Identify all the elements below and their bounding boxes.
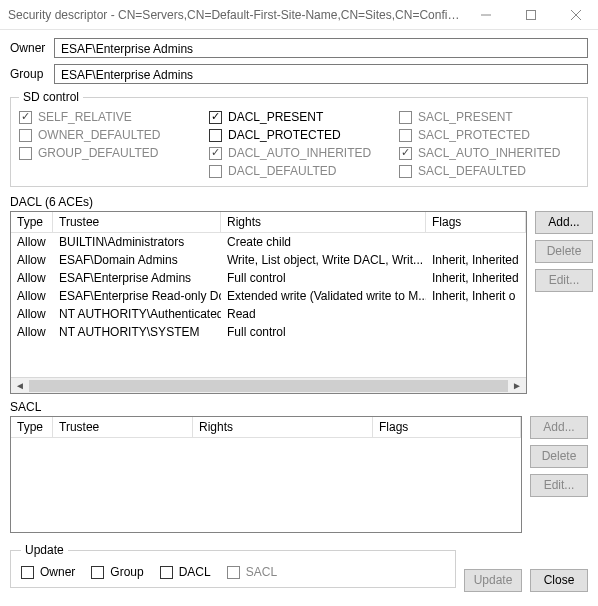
close-window-button[interactable] [553,0,598,30]
dacl-scrollbar[interactable]: ◄ ► [11,377,526,393]
sacl-defaulted-checkbox: SACL_DEFAULTED [399,162,579,180]
update-legend: Update [21,543,68,557]
group-label: Group [10,67,54,81]
scroll-thumb[interactable] [29,380,508,392]
maximize-icon [526,10,536,20]
close-button[interactable]: Close [530,569,588,592]
sacl-auto-inherited-checkbox: SACL_AUTO_INHERITED [399,144,579,162]
dacl-edit-button[interactable]: Edit... [535,269,593,292]
update-group: Update Owner Group DACL SACL [10,543,456,588]
dacl-list[interactable]: Type Trustee Rights Flags AllowBUILTIN\A… [10,211,527,394]
update-owner-checkbox[interactable]: Owner [21,563,75,581]
owner-label: Owner [10,41,54,55]
dacl-header: Type Trustee Rights Flags [11,212,526,233]
table-row[interactable]: AllowESAF\Enterprise AdminsFull controlI… [11,269,526,287]
maximize-button[interactable] [508,0,553,30]
group-defaulted-checkbox: GROUP_DEFAULTED [19,144,199,162]
window-title: Security descriptor - CN=Servers,CN=Defa… [0,8,463,22]
update-button[interactable]: Update [464,569,522,592]
close-icon [571,10,581,20]
update-group-checkbox[interactable]: Group [91,563,143,581]
sacl-header: Type Trustee Rights Flags [11,417,521,438]
dacl-add-button[interactable]: Add... [535,211,593,234]
dacl-defaulted-checkbox: DACL_DEFAULTED [209,162,389,180]
dacl-delete-button[interactable]: Delete [535,240,593,263]
update-sacl-checkbox: SACL [227,563,277,581]
dacl-protected-checkbox[interactable]: DACL_PROTECTED [209,126,389,144]
owner-field[interactable]: ESAF\Enterprise Admins [54,38,588,58]
sacl-caption: SACL [10,400,588,414]
update-dacl-checkbox[interactable]: DACL [160,563,211,581]
table-row[interactable]: AllowESAF\Enterprise Read-only Do...Exte… [11,287,526,305]
sacl-present-checkbox: SACL_PRESENT [399,108,579,126]
minimize-button[interactable] [463,0,508,30]
group-field[interactable]: ESAF\Enterprise Admins [54,64,588,84]
dacl-caption: DACL (6 ACEs) [10,195,588,209]
titlebar: Security descriptor - CN=Servers,CN=Defa… [0,0,598,30]
table-row[interactable]: AllowBUILTIN\AdministratorsCreate child [11,233,526,251]
svg-rect-1 [526,10,535,19]
minimize-icon [481,10,491,20]
sacl-protected-checkbox: SACL_PROTECTED [399,126,579,144]
sacl-edit-button[interactable]: Edit... [530,474,588,497]
dacl-auto-inherited-checkbox: DACL_AUTO_INHERITED [209,144,389,162]
table-row[interactable]: AllowESAF\Domain AdminsWrite, List objec… [11,251,526,269]
sd-control-group: SD control SELF_RELATIVE OWNER_DEFAULTED… [10,90,588,187]
self-relative-checkbox: SELF_RELATIVE [19,108,199,126]
table-row[interactable]: AllowNT AUTHORITY\Authenticated ...Read [11,305,526,323]
sd-control-legend: SD control [19,90,83,104]
sacl-list[interactable]: Type Trustee Rights Flags [10,416,522,533]
owner-defaulted-checkbox: OWNER_DEFAULTED [19,126,199,144]
sacl-delete-button[interactable]: Delete [530,445,588,468]
table-row[interactable]: AllowNT AUTHORITY\SYSTEMFull control [11,323,526,341]
sacl-add-button[interactable]: Add... [530,416,588,439]
scroll-right-icon[interactable]: ► [510,380,524,391]
dacl-present-checkbox[interactable]: DACL_PRESENT [209,108,389,126]
scroll-left-icon[interactable]: ◄ [13,380,27,391]
